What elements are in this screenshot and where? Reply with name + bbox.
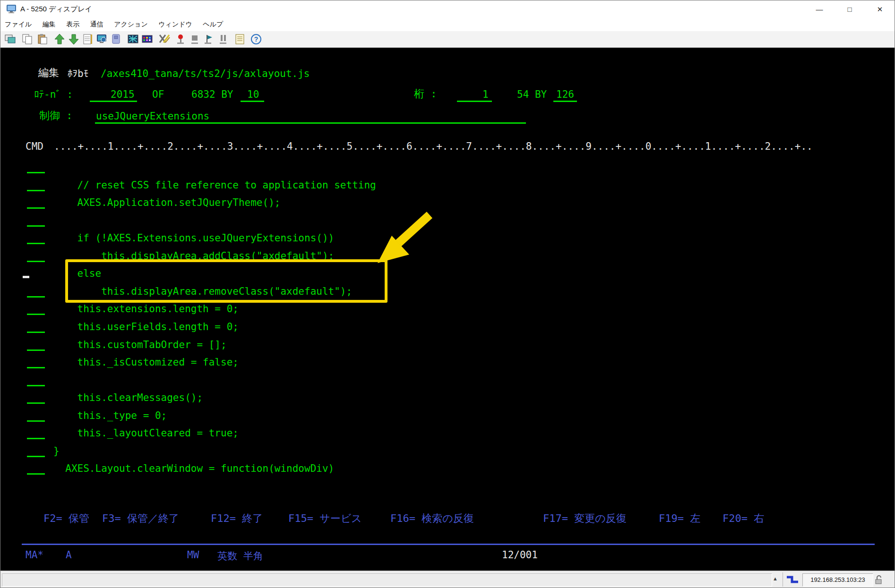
highlight-arrow-icon xyxy=(364,207,445,271)
code-text[interactable]: // reset CSS file reference to applicati… xyxy=(53,179,376,191)
help-icon[interactable]: ? xyxy=(250,33,262,45)
highlight-box xyxy=(65,259,387,303)
journal-icon[interactable] xyxy=(82,33,94,45)
menu-communication[interactable]: 通信 xyxy=(86,18,108,29)
code-row[interactable]: } xyxy=(0,445,895,463)
record-macro-icon[interactable] xyxy=(174,33,187,45)
close-button[interactable]: ✕ xyxy=(865,0,895,18)
code-row[interactable]: this._type = 0; xyxy=(0,410,895,428)
fkey-f12[interactable]: F12= 終了 xyxy=(211,511,263,526)
sequence-dash xyxy=(27,172,45,173)
code-text[interactable]: AXES.Application.setJQueryTheme(); xyxy=(53,197,280,208)
copy-screen-icon[interactable] xyxy=(4,33,17,45)
maximize-button[interactable]: □ xyxy=(835,0,864,18)
fkey-f17[interactable]: F17= 変更の反復 xyxy=(543,511,627,526)
scroll-up-icon[interactable]: ▲ xyxy=(773,576,778,581)
oia-input-mode: 英数 半角 xyxy=(217,549,263,562)
color-map-icon[interactable] xyxy=(141,33,154,45)
width-field[interactable]: 126 xyxy=(556,88,574,101)
column-label: 桁 : xyxy=(414,88,437,100)
code-row[interactable]: this.clearMessages(); xyxy=(0,392,895,410)
member-label: ﾎｦbﾓ xyxy=(68,68,88,80)
code-text[interactable]: } xyxy=(53,445,60,457)
code-text[interactable]: this.userFields.length = 0; xyxy=(53,321,239,332)
status-bar: ▲ 192.168.253.103:23 xyxy=(0,571,895,588)
code-text[interactable]: if (!AXES.Extensions.useJQueryExtensions… xyxy=(53,232,334,244)
oia-separator xyxy=(22,544,875,545)
menu-file[interactable]: ファイル xyxy=(0,18,36,29)
menu-window[interactable]: ウィンドウ xyxy=(154,18,197,29)
message-panel xyxy=(2,573,772,587)
system-icon[interactable] xyxy=(110,33,122,45)
minimize-button[interactable]: — xyxy=(805,0,834,18)
code-text[interactable]: this._type = 0; xyxy=(53,410,167,421)
title-bar: A - 5250 ディスプレイ — □ ✕ xyxy=(0,0,895,19)
quick-pad-icon[interactable] xyxy=(234,33,246,45)
control-field[interactable]: useJQueryExtensions xyxy=(96,110,209,122)
keyboard-map-icon[interactable] xyxy=(127,33,139,45)
fkey-f3[interactable]: F3= 保管／終了 xyxy=(102,511,179,526)
code-row[interactable]: AXES.Application.setJQueryTheme(); xyxy=(0,197,895,215)
code-row[interactable] xyxy=(0,375,895,392)
menu-help[interactable]: ヘルプ xyxy=(198,18,227,29)
svg-text:?: ? xyxy=(254,35,258,43)
sequence-dash xyxy=(27,473,45,475)
fkey-f19[interactable]: F19= 左 xyxy=(659,511,700,526)
record-underline xyxy=(90,101,137,102)
stop-macro-icon[interactable] xyxy=(189,33,201,45)
window-title: A - 5250 ディスプレイ xyxy=(20,5,92,14)
menu-actions[interactable]: アクション xyxy=(110,18,152,29)
code-text[interactable]: this.extensions.length = 0; xyxy=(53,303,239,315)
play-macro-icon[interactable] xyxy=(203,33,215,45)
column-field[interactable]: 1 xyxy=(482,88,489,101)
record-label: ﾛﾃ-nﾞ : xyxy=(34,88,73,101)
code-text[interactable]: this._isCustomized = false; xyxy=(53,357,239,368)
by-field[interactable]: 10 xyxy=(247,88,259,101)
fkey-f16[interactable]: F16= 検索の反復 xyxy=(390,511,474,526)
width-label: 54 BY xyxy=(517,88,547,101)
oia-cursor-pos: 12/001 xyxy=(502,549,538,561)
cursor xyxy=(23,276,29,278)
code-text[interactable]: AXES.Layout.clearWindow = function(windo… xyxy=(53,463,334,474)
code-text[interactable]: this.clearMessages(); xyxy=(53,392,203,403)
code-row[interactable]: this.userFields.length = 0; xyxy=(0,321,895,339)
file-path: /axes410_tana/ts/ts2/js/axlayout.js xyxy=(101,68,310,80)
host-address: 192.168.253.103:23 xyxy=(802,573,873,587)
emulator-window: A - 5250 ディスプレイ — □ ✕ ファイル 編集 表示 通信 アクショ… xyxy=(0,0,895,588)
send-up-icon[interactable] xyxy=(53,33,66,45)
fkey-f2[interactable]: F2= 保管 xyxy=(43,511,89,526)
oia-ma: MA* xyxy=(26,549,43,561)
code-text[interactable]: this.customTabOrder = []; xyxy=(53,339,227,350)
code-row[interactable]: if (!AXES.Extensions.useJQueryExtensions… xyxy=(0,232,895,250)
oia-mw: MW xyxy=(187,549,199,561)
sequence-dash xyxy=(27,438,45,439)
receive-down-icon[interactable] xyxy=(68,33,80,45)
macro-tools-icon[interactable] xyxy=(158,33,171,45)
code-row[interactable]: this._isCustomized = false; xyxy=(0,357,895,375)
connection-indicator-icon xyxy=(783,572,802,587)
display-setup-icon[interactable] xyxy=(96,33,108,45)
terminal-screen[interactable]: 編集 ﾎｦbﾓ /axes410_tana/ts/ts2/js/axlayout… xyxy=(0,48,895,571)
code-row[interactable]: this.customTabOrder = []; xyxy=(0,339,895,357)
paste-icon[interactable] xyxy=(36,33,49,45)
toolbar: ? xyxy=(0,31,895,48)
code-row[interactable] xyxy=(0,162,895,179)
menu-edit[interactable]: 編集 xyxy=(38,18,60,29)
code-row[interactable]: this.extensions.length = 0; xyxy=(0,303,895,321)
sequence-dash xyxy=(27,207,45,209)
code-row[interactable]: AXES.Layout.clearWindow = function(windo… xyxy=(0,463,895,481)
total-records: 6832 BY xyxy=(191,88,233,101)
fkey-f20[interactable]: F20= 右 xyxy=(723,511,764,526)
code-row[interactable]: // reset CSS file reference to applicati… xyxy=(0,179,895,197)
code-row[interactable]: this._layoutCleared = true; xyxy=(0,427,895,445)
sequence-dash xyxy=(27,190,45,191)
pause-macro-icon[interactable] xyxy=(217,33,229,45)
record-number-field[interactable]: 2015 xyxy=(111,88,135,101)
copy-icon[interactable] xyxy=(21,33,34,45)
menu-view[interactable]: 表示 xyxy=(62,18,84,29)
edit-mode-label: 編集 xyxy=(38,67,59,79)
code-row[interactable] xyxy=(0,215,895,233)
menu-bar: ファイル 編集 表示 通信 アクション ウィンドウ ヘルプ xyxy=(0,18,895,32)
code-text[interactable]: this._layoutCleared = true; xyxy=(53,427,239,439)
fkey-f15[interactable]: F15= サービス xyxy=(288,511,362,526)
